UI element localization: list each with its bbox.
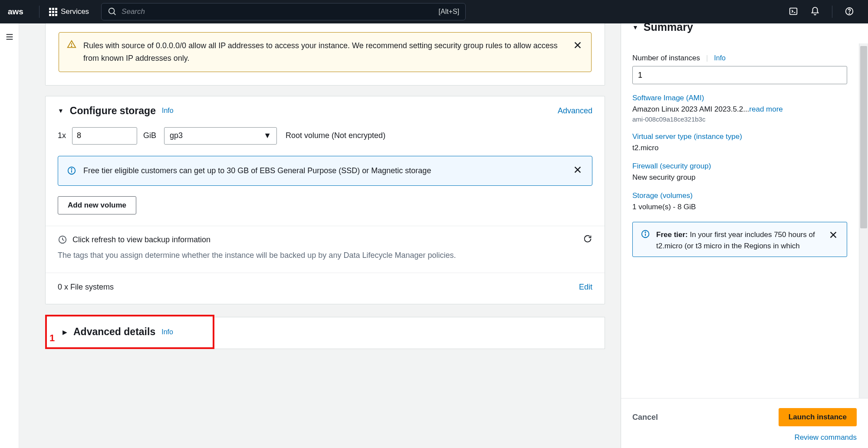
advanced-details-title: Advanced details	[73, 326, 155, 338]
size-unit: GiB	[143, 131, 156, 140]
storage-value: 1 volume(s) - 8 GiB	[632, 203, 857, 211]
free-tier-storage-text: Free tier eligible customers can get up …	[83, 166, 565, 175]
services-label: Services	[61, 7, 89, 16]
global-search[interactable]: Search [Alt+S]	[101, 3, 466, 20]
chevron-down-icon: ▼	[263, 131, 271, 140]
section-divider	[46, 273, 605, 273]
clock-icon	[58, 235, 67, 244]
topnav-right	[783, 3, 860, 21]
instance-type-label-link[interactable]: Virtual server type (instance type)	[632, 132, 857, 141]
refresh-backup-button[interactable]	[583, 234, 592, 246]
hamburger-icon	[5, 32, 14, 42]
add-volume-button[interactable]: Add new volume	[58, 196, 136, 214]
instance-type-value: t2.micro	[632, 144, 857, 152]
storage-advanced-link[interactable]: Advanced	[558, 106, 592, 115]
caret-down-icon: ▼	[58, 107, 64, 114]
cloudshell-icon	[789, 7, 798, 16]
advanced-info-link[interactable]: Info	[161, 328, 173, 336]
ami-read-more-link[interactable]: read more	[749, 105, 783, 113]
help-button[interactable]	[838, 3, 860, 21]
free-tier-summary-banner: Free tier: In your first year includes 7…	[632, 222, 847, 257]
warning-icon	[67, 40, 76, 49]
annotation-highlight: ▶ Advanced details Info 1	[45, 315, 214, 349]
ami-id: ami-008c09a18ce321b3c	[632, 115, 857, 123]
nav-divider	[39, 6, 39, 18]
main-content: Rules with source of 0.0.0.0/0 allow all…	[19, 23, 621, 448]
volume-description: Root volume (Not encrypted)	[286, 131, 385, 140]
firewall-label-link[interactable]: Firewall (security group)	[632, 162, 857, 171]
help-icon	[845, 7, 854, 16]
aws-logo[interactable]: aws	[8, 7, 23, 16]
summary-title: Summary	[644, 23, 693, 33]
info-icon	[67, 166, 76, 175]
top-navigation: aws Services Search [Alt+S]	[0, 0, 868, 23]
services-menu-button[interactable]: Services	[46, 5, 92, 19]
svg-point-10	[71, 46, 72, 46]
volume-multiplier: 1x	[58, 131, 66, 140]
notifications-button[interactable]	[804, 3, 826, 21]
grid-icon	[49, 8, 57, 16]
volume-size-input[interactable]	[72, 127, 137, 145]
search-icon	[108, 7, 117, 16]
side-rail	[0, 23, 19, 448]
summary-header[interactable]: ▼ Summary	[621, 23, 868, 43]
summary-scroll-area[interactable]: Number of instances | Info Software Imag…	[621, 43, 868, 398]
storage-title: Configure storage	[70, 105, 156, 117]
advanced-details-panel[interactable]: ▶ Advanced details Info	[47, 316, 213, 347]
launch-instance-button[interactable]: Launch instance	[779, 408, 857, 426]
freetier-close-button[interactable]	[572, 164, 583, 178]
volume-type-value: gp3	[170, 131, 183, 140]
close-icon	[573, 40, 582, 50]
caret-down-icon: ▼	[632, 24, 638, 31]
svg-point-21	[645, 232, 645, 232]
num-instances-input[interactable]	[632, 66, 847, 84]
configure-storage-panel: ▼ Configure storage Info Advanced 1x GiB…	[45, 96, 605, 305]
freetier-summary-close-button[interactable]	[828, 229, 839, 243]
storage-info-link[interactable]: Info	[162, 107, 174, 115]
storage-header[interactable]: ▼ Configure storage Info Advanced	[46, 96, 605, 125]
security-group-panel: Rules with source of 0.0.0.0/0 allow all…	[45, 23, 605, 86]
caret-right-icon: ▶	[62, 329, 67, 336]
search-placeholder: Search	[122, 7, 438, 16]
summary-panel: ▼ Summary Number of instances | Info Sof…	[621, 23, 868, 448]
svg-point-15	[71, 168, 72, 169]
svg-point-0	[109, 8, 115, 14]
review-commands-link[interactable]: Review commands	[794, 433, 857, 441]
source-warning-banner: Rules with source of 0.0.0.0/0 allow all…	[59, 32, 592, 72]
num-instances-label: Number of instances | Info	[632, 54, 857, 63]
info-icon	[641, 229, 650, 239]
root-volume-row: 1x GiB gp3 ▼ Root volume (Not encrypted)	[58, 127, 592, 145]
firewall-value: New security group	[632, 173, 857, 182]
annotation-label: 1	[49, 333, 55, 344]
svg-point-5	[849, 13, 849, 13]
hamburger-button[interactable]	[5, 32, 14, 448]
file-systems-edit-link[interactable]: Edit	[579, 283, 592, 292]
storage-label-link[interactable]: Storage (volumes)	[632, 191, 857, 200]
section-divider	[46, 226, 605, 226]
search-shortcut: [Alt+S]	[439, 8, 460, 16]
close-icon	[829, 230, 838, 240]
volume-type-select[interactable]: gp3 ▼	[164, 127, 277, 145]
ami-label-link[interactable]: Software Image (AMI)	[632, 94, 857, 102]
file-systems-row: 0 x File systems Edit	[58, 281, 592, 292]
warning-text: Rules with source of 0.0.0.0/0 allow all…	[83, 40, 565, 65]
cancel-button[interactable]: Cancel	[632, 413, 658, 422]
backup-description: The tags that you assign determine wheth…	[58, 249, 592, 262]
svg-line-1	[114, 13, 116, 15]
free-tier-summary-text: Free tier: In your first year includes 7…	[656, 229, 822, 252]
cloudshell-button[interactable]	[783, 3, 804, 21]
backup-info-block: Click refresh to view backup information…	[58, 234, 592, 262]
bell-icon	[810, 7, 820, 16]
backup-refresh-text: Click refresh to view backup information	[72, 235, 210, 244]
ami-value: Amazon Linux 2023 AMI 2023.5.2...read mo…	[632, 105, 857, 114]
summary-footer: Cancel Launch instance Review commands	[621, 398, 868, 448]
free-tier-storage-banner: Free tier eligible customers can get up …	[58, 156, 592, 186]
refresh-icon	[583, 234, 592, 244]
nav-divider	[832, 6, 832, 18]
warning-close-button[interactable]	[572, 40, 583, 53]
file-systems-text: 0 x File systems	[58, 283, 114, 292]
num-instances-info-link[interactable]: Info	[714, 54, 726, 62]
close-icon	[573, 165, 582, 175]
